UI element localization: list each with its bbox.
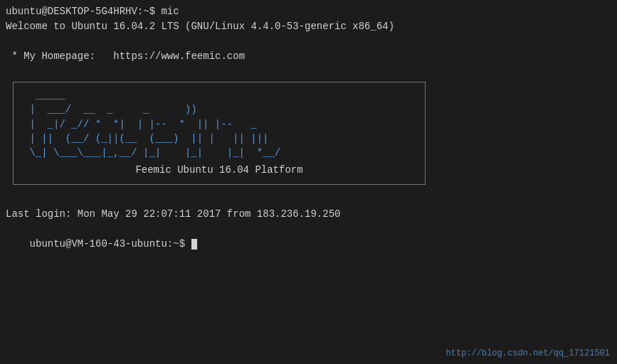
prompt-line: ubuntu@VM-160-43-ubuntu:~$: [6, 222, 611, 267]
title-line: ubuntu@DESKTOP-5G4HRHV:~$ mic: [6, 4, 611, 19]
last-login-line: Last login: Mon May 29 22:07:11 2017 fro…: [6, 207, 611, 222]
terminal-window: ubuntu@DESKTOP-5G4HRHV:~$ mic Welcome to…: [0, 0, 617, 364]
ascii-art-content: _____ | ___/ __ _ _ )) | _|/ _// * *| | …: [23, 88, 415, 160]
cursor: [191, 239, 197, 250]
ascii-art-box: _____ | ___/ __ _ _ )) | _|/ _// * *| | …: [13, 82, 426, 185]
welcome-line: Welcome to Ubuntu 16.04.2 LTS (GNU/Linux…: [6, 19, 611, 34]
watermark: http://blog.csdn.net/qq_17121501: [446, 348, 610, 358]
homepage-line: * My Homepage: https://www.feemic.com: [6, 49, 611, 64]
ascii-label: Feemic Ubuntu 16.04 Platform: [23, 164, 415, 176]
prompt-text: ubuntu@VM-160-43-ubuntu:~$: [30, 238, 191, 250]
